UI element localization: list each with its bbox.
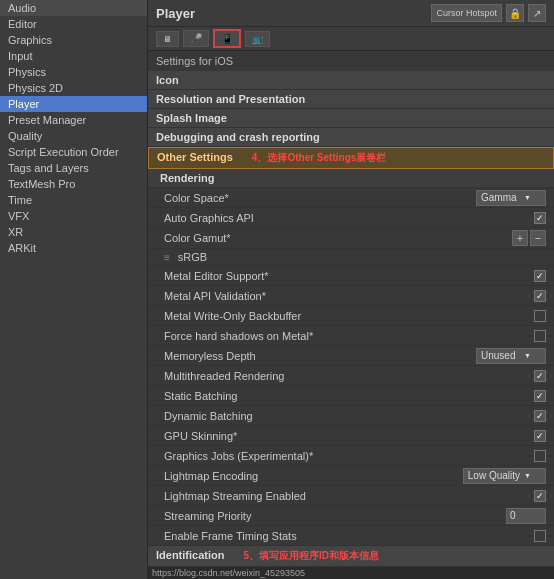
gpu-skinning-label: GPU Skinning*	[164, 430, 534, 442]
frame-timing-checkbox[interactable]	[534, 530, 546, 542]
main-header: Player Cursor Hotspot 🔒 ↗	[148, 0, 554, 27]
color-gamut-label: Color Gamut*	[164, 232, 508, 244]
sub-section-rendering: Rendering	[148, 169, 554, 188]
metal-write-label: Metal Write-Only Backbuffer	[164, 310, 534, 322]
lightmap-streaming-label: Lightmap Streaming Enabled	[164, 490, 534, 502]
platform-tabs: 🖥 🎤 📱 📺	[148, 27, 554, 51]
force-hard-label: Force hard shadows on Metal*	[164, 330, 534, 342]
callout1-text: 4、选择Other Settings展卷栏	[252, 152, 386, 163]
sidebar-item-time[interactable]: Time	[0, 192, 147, 208]
streaming-priority-input[interactable]: 0	[506, 508, 546, 524]
metal-editor-checkbox[interactable]	[534, 270, 546, 282]
row-lightmap-encoding: Lightmap Encoding Low Quality	[148, 466, 554, 486]
main-panel: Player Cursor Hotspot 🔒 ↗ 🖥 🎤 📱 📺 Settin…	[148, 0, 554, 579]
static-batching-label: Static Batching	[164, 390, 534, 402]
metal-api-label: Metal API Validation*	[164, 290, 534, 302]
streaming-priority-label: Streaming Priority	[164, 510, 506, 522]
dynamic-batching-label: Dynamic Batching	[164, 410, 534, 422]
sidebar-item-graphics[interactable]: Graphics	[0, 32, 147, 48]
sidebar: Audio Editor Graphics Input Physics Phys…	[0, 0, 148, 579]
cursor-hotspot-label: Cursor Hotspot	[431, 4, 502, 22]
memoryless-label: Memoryless Depth	[164, 350, 476, 362]
row-streaming-priority: Streaming Priority 0	[148, 506, 554, 526]
identification-header[interactable]: Identification 5、填写应用程序ID和版本信息	[148, 546, 554, 567]
sidebar-item-xr[interactable]: XR	[0, 224, 147, 240]
sidebar-item-preset[interactable]: Preset Manager	[0, 112, 147, 128]
multithreaded-label: Multithreaded Rendering	[164, 370, 534, 382]
color-space-label: Color Space*	[164, 192, 476, 204]
sidebar-item-tags[interactable]: Tags and Layers	[0, 160, 147, 176]
row-auto-graphics: Auto Graphics API	[148, 208, 554, 228]
force-hard-checkbox[interactable]	[534, 330, 546, 342]
mic-icon: 🎤	[190, 33, 202, 44]
row-static-batching: Static Batching	[148, 386, 554, 406]
row-memoryless: Memoryless Depth Unused	[148, 346, 554, 366]
sidebar-item-textmesh[interactable]: TextMesh Pro	[0, 176, 147, 192]
row-graphics-jobs: Graphics Jobs (Experimental)*	[148, 446, 554, 466]
row-lightmap-streaming: Lightmap Streaming Enabled	[148, 486, 554, 506]
gamut-remove-button[interactable]: −	[530, 230, 546, 246]
auto-graphics-label: Auto Graphics API	[164, 212, 534, 224]
lock-icon[interactable]: 🔒	[506, 4, 524, 22]
lightmap-encoding-label: Lightmap Encoding	[164, 470, 463, 482]
sidebar-item-physics2d[interactable]: Physics 2D	[0, 80, 147, 96]
sidebar-item-audio[interactable]: Audio	[0, 0, 147, 16]
row-gpu-skinning: GPU Skinning*	[148, 426, 554, 446]
sidebar-item-quality[interactable]: Quality	[0, 128, 147, 144]
row-dynamic-batching: Dynamic Batching	[148, 406, 554, 426]
row-color-space: Color Space* Gamma	[148, 188, 554, 208]
gamut-buttons: + −	[512, 230, 546, 246]
sidebar-item-input[interactable]: Input	[0, 48, 147, 64]
gpu-skinning-checkbox[interactable]	[534, 430, 546, 442]
frame-timing-label: Enable Frame Timing Stats	[164, 530, 534, 542]
tab-standalone[interactable]: 🖥	[156, 31, 179, 47]
sidebar-item-script-order[interactable]: Script Execution Order	[0, 144, 147, 160]
row-color-gamut: Color Gamut* + −	[148, 228, 554, 249]
tab-other[interactable]: 📺	[245, 31, 270, 47]
sidebar-item-player[interactable]: Player	[0, 96, 147, 112]
graphics-jobs-label: Graphics Jobs (Experimental)*	[164, 450, 534, 462]
row-frame-timing: Enable Frame Timing Stats	[148, 526, 554, 546]
expand-icon[interactable]: ↗	[528, 4, 546, 22]
row-metal-write: Metal Write-Only Backbuffer	[148, 306, 554, 326]
row-multithreaded: Multithreaded Rendering	[148, 366, 554, 386]
multithreaded-checkbox[interactable]	[534, 370, 546, 382]
color-space-dropdown[interactable]: Gamma	[476, 190, 546, 206]
srgb-handle-icon: ≡	[164, 252, 170, 263]
metal-api-checkbox[interactable]	[534, 290, 546, 302]
section-debugging[interactable]: Debugging and crash reporting	[148, 128, 554, 147]
gamut-add-button[interactable]: +	[512, 230, 528, 246]
dynamic-batching-checkbox[interactable]	[534, 410, 546, 422]
url-bar: https://blog.csdn.net/weixin_45293505	[148, 567, 554, 579]
row-metal-editor: Metal Editor Support*	[148, 266, 554, 286]
other-settings-label: Other Settings	[157, 151, 233, 163]
lightmap-encoding-dropdown[interactable]: Low Quality	[463, 468, 546, 484]
header-icons: Cursor Hotspot 🔒 ↗	[431, 4, 546, 22]
phone-icon: 📱	[221, 33, 233, 44]
metal-write-checkbox[interactable]	[534, 310, 546, 322]
memoryless-dropdown[interactable]: Unused	[476, 348, 546, 364]
section-icon[interactable]: Icon	[148, 71, 554, 90]
tab-ios[interactable]: 📱	[213, 29, 241, 48]
tab-mic[interactable]: 🎤	[183, 30, 209, 47]
srgb-label: sRGB	[178, 251, 207, 263]
lightmap-streaming-checkbox[interactable]	[534, 490, 546, 502]
row-force-hard: Force hard shadows on Metal*	[148, 326, 554, 346]
row-metal-api: Metal API Validation*	[148, 286, 554, 306]
sidebar-item-editor[interactable]: Editor	[0, 16, 147, 32]
callout2-text: 5、填写应用程序ID和版本信息	[244, 550, 380, 561]
sidebar-item-arkit[interactable]: ARKit	[0, 240, 147, 256]
static-batching-checkbox[interactable]	[534, 390, 546, 402]
sidebar-item-vfx[interactable]: VFX	[0, 208, 147, 224]
metal-editor-label: Metal Editor Support*	[164, 270, 534, 282]
page-title: Player	[156, 6, 195, 21]
settings-for-label: Settings for iOS	[148, 51, 554, 71]
section-resolution[interactable]: Resolution and Presentation	[148, 90, 554, 109]
sidebar-item-physics[interactable]: Physics	[0, 64, 147, 80]
auto-graphics-checkbox[interactable]	[534, 212, 546, 224]
section-other-settings[interactable]: Other Settings 4、选择Other Settings展卷栏	[148, 147, 554, 169]
row-srgb: ≡ sRGB	[148, 249, 554, 266]
graphics-jobs-checkbox[interactable]	[534, 450, 546, 462]
section-splash[interactable]: Splash Image	[148, 109, 554, 128]
